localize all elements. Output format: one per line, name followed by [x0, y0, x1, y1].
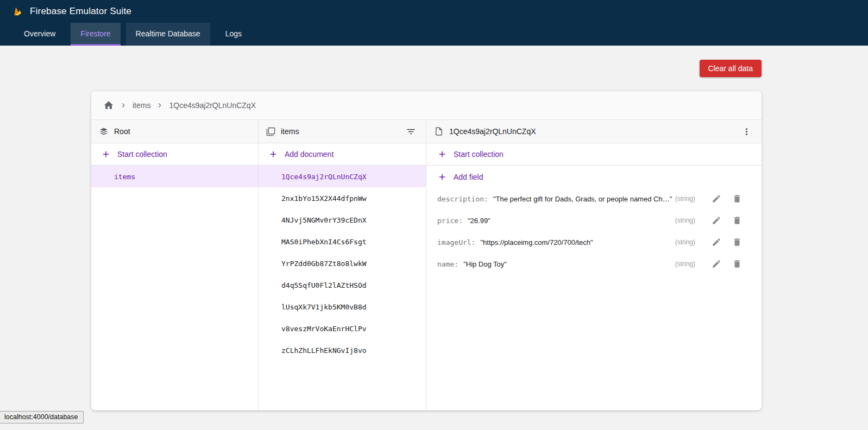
field-name: imageUrl:	[437, 238, 475, 246]
document-panel-header: 1Qce4s9aj2rQLnUnCZqX	[426, 120, 762, 143]
firestore-card: items 1Qce4s9aj2rQLnUnCZqX	[91, 91, 762, 410]
firebase-logo-icon	[12, 6, 23, 17]
collection-panel-header: items	[259, 120, 426, 143]
add-field-label: Add field	[454, 173, 483, 181]
field-row: name: "Hip Dog Toy" (string)	[426, 253, 762, 275]
field-value: "Hip Dog Toy"	[463, 260, 507, 268]
collection-list-item[interactable]: items	[91, 166, 258, 187]
document-list-item[interactable]: d4q5SqfU0Fl2lAZtHSOd	[259, 274, 426, 296]
app-title: Firebase Emulator Suite	[30, 6, 131, 17]
field-name: price:	[437, 217, 463, 225]
document-list-item[interactable]: zCLhZhLLFhEkNGvIj8vo	[259, 339, 426, 361]
toolbar: Clear all data	[91, 46, 762, 91]
document-icon	[434, 127, 444, 136]
home-icon[interactable]	[103, 100, 114, 111]
add-field-button[interactable]: Add field	[426, 166, 762, 188]
edit-field-button[interactable]	[709, 235, 724, 249]
filter-documents-button[interactable]	[404, 124, 418, 139]
start-collection-label: Start collection	[117, 150, 167, 159]
start-collection-button[interactable]: Start collection	[426, 143, 762, 166]
collection-panel: items	[259, 120, 426, 410]
chevron-right-icon	[155, 101, 164, 110]
firestore-root-icon	[99, 127, 109, 136]
pencil-icon	[712, 194, 721, 204]
edit-field-button[interactable]	[709, 213, 724, 227]
trash-icon	[732, 259, 742, 269]
document-menu-button[interactable]	[739, 124, 754, 139]
document-panel-title: 1Qce4s9aj2rQLnUnCZqX	[449, 127, 536, 136]
add-document-button[interactable]: Add document	[259, 143, 426, 166]
breadcrumb-collection[interactable]: items	[133, 101, 150, 110]
brand-row: Firebase Emulator Suite	[0, 0, 868, 23]
chevron-right-icon	[119, 101, 128, 110]
field-name: name:	[437, 260, 458, 268]
trash-icon	[732, 216, 742, 225]
field-name: description:	[437, 195, 488, 203]
tab-firestore[interactable]: Firestore	[71, 23, 120, 46]
root-panel-header: Root	[91, 120, 258, 143]
edit-field-button[interactable]	[709, 257, 724, 271]
tab-realtime-database[interactable]: Realtime Database	[126, 23, 210, 46]
start-collection-label: Start collection	[454, 150, 504, 159]
trash-icon	[732, 237, 742, 247]
document-list-item[interactable]: lUsqXk7V1jkb5KM0vB8d	[259, 296, 426, 318]
main-nav: Overview Firestore Realtime Database Log…	[0, 23, 868, 46]
document-list-item[interactable]: MAS0iPhebXnI4Cs6Fsgt	[259, 231, 426, 252]
delete-field-button[interactable]	[730, 213, 744, 227]
kebab-menu-icon	[741, 127, 752, 137]
delete-field-button[interactable]	[730, 192, 744, 206]
field-value: "https://placeimg.com/720/700/tech"	[480, 238, 593, 246]
field-type: (string)	[675, 260, 703, 268]
document-list-item[interactable]: v8veszMrVoKaEnrHClPv	[259, 318, 426, 339]
field-type: (string)	[675, 195, 703, 203]
plus-icon	[101, 149, 111, 159]
field-value: "The perfect gift for Dads, Grads, or pe…	[493, 195, 672, 203]
collection-icon	[266, 127, 275, 136]
breadcrumb: items 1Qce4s9aj2rQLnUnCZqX	[91, 91, 762, 120]
plus-icon	[437, 149, 447, 159]
tab-logs[interactable]: Logs	[216, 23, 251, 46]
pencil-icon	[712, 237, 721, 247]
collection-panel-title: items	[281, 127, 299, 136]
add-document-label: Add document	[285, 150, 334, 159]
pencil-icon	[712, 216, 721, 225]
plus-icon	[268, 149, 278, 159]
field-type: (string)	[675, 217, 703, 224]
delete-field-button[interactable]	[730, 257, 744, 271]
pencil-icon	[712, 259, 721, 269]
clear-all-data-button[interactable]: Clear all data	[700, 60, 762, 77]
field-row: imageUrl: "https://placeimg.com/720/700/…	[426, 231, 762, 253]
field-type: (string)	[675, 238, 703, 246]
delete-field-button[interactable]	[730, 235, 744, 249]
root-panel: Root Start collection items	[91, 120, 259, 410]
page-content: Clear all data items 1Qce4s9aj2rQLnUnCZq…	[0, 46, 868, 410]
filter-icon	[406, 127, 416, 137]
tab-overview[interactable]: Overview	[14, 23, 65, 46]
document-list-item[interactable]: YrPZdd0Gb87Zt8o8lwkW	[259, 252, 426, 274]
field-value: "26.99"	[468, 217, 490, 225]
field-row: price: "26.99" (string)	[426, 210, 762, 231]
app-header: Firebase Emulator Suite Overview Firesto…	[0, 0, 868, 46]
document-panel: 1Qce4s9aj2rQLnUnCZqX	[426, 120, 762, 410]
firestore-panels: Root Start collection items	[91, 120, 762, 410]
field-row: description: "The perfect gift for Dads,…	[426, 188, 762, 210]
status-bar: localhost:4000/database	[0, 411, 84, 423]
document-list-item[interactable]: 2nx1bYo15X2X44dfpnWw	[259, 187, 426, 209]
root-panel-title: Root	[114, 127, 130, 136]
start-collection-button[interactable]: Start collection	[91, 143, 258, 166]
document-list-item[interactable]: 1Qce4s9aj2rQLnUnCZqX	[259, 166, 426, 187]
edit-field-button[interactable]	[709, 192, 724, 206]
plus-icon	[437, 172, 447, 182]
breadcrumb-document[interactable]: 1Qce4s9aj2rQLnUnCZqX	[169, 101, 256, 110]
document-list-item[interactable]: 4NJvj5NGMv0rY39cEDnX	[259, 209, 426, 231]
trash-icon	[732, 194, 742, 204]
